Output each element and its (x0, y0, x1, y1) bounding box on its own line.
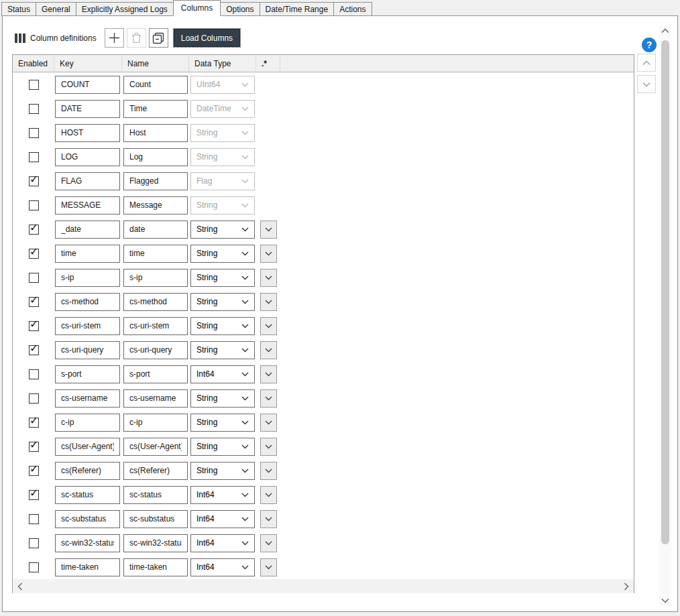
data-type-dropdown[interactable]: DateTime (190, 100, 255, 118)
enabled-checkbox[interactable]: ✓ (29, 80, 39, 90)
data-type-dropdown[interactable]: String (190, 124, 255, 142)
tab-columns[interactable]: Columns (173, 0, 221, 16)
options-dropdown-button[interactable] (260, 365, 277, 383)
options-dropdown-button[interactable] (260, 317, 277, 335)
enabled-checkbox[interactable]: ✓ (29, 345, 39, 355)
enabled-checkbox[interactable]: ✓ (29, 200, 39, 210)
data-type-dropdown[interactable]: String (190, 414, 255, 432)
enabled-checkbox[interactable]: ✓ (29, 225, 39, 235)
enabled-checkbox[interactable]: ✓ (29, 538, 39, 548)
enabled-checkbox[interactable]: ✓ (29, 466, 39, 476)
name-input[interactable] (123, 172, 188, 190)
duplicate-column-button[interactable] (149, 28, 168, 48)
scroll-down-icon[interactable] (659, 595, 671, 606)
name-input[interactable] (123, 221, 188, 239)
data-type-dropdown[interactable]: Int64 (190, 510, 255, 528)
data-type-dropdown[interactable]: String (190, 389, 255, 408)
options-dropdown-button[interactable] (260, 221, 277, 239)
key-input[interactable] (55, 196, 120, 214)
enabled-checkbox[interactable]: ✓ (29, 104, 39, 114)
data-type-dropdown[interactable]: Int64 (190, 486, 255, 504)
key-input[interactable] (55, 124, 120, 142)
name-input[interactable] (123, 269, 188, 287)
tab-actions[interactable]: Actions (333, 2, 372, 16)
data-type-dropdown[interactable]: String (190, 462, 255, 480)
options-dropdown-button[interactable] (260, 293, 277, 311)
vertical-scrollbar-thumb[interactable] (661, 40, 669, 544)
name-input[interactable] (123, 124, 188, 142)
key-input[interactable] (55, 293, 120, 311)
key-input[interactable] (55, 558, 120, 576)
key-input[interactable] (55, 365, 120, 383)
options-dropdown-button[interactable] (260, 534, 277, 552)
key-input[interactable] (55, 534, 120, 552)
data-type-dropdown[interactable]: Int64 (190, 365, 255, 383)
scroll-right-icon[interactable] (624, 582, 629, 591)
name-input[interactable] (123, 438, 188, 456)
tab-options[interactable]: Options (220, 2, 260, 16)
key-input[interactable] (55, 510, 120, 528)
name-input[interactable] (123, 558, 188, 576)
key-input[interactable] (55, 414, 120, 432)
enabled-checkbox[interactable]: ✓ (29, 514, 39, 524)
data-type-dropdown[interactable]: String (190, 245, 255, 263)
data-type-dropdown[interactable]: String (190, 148, 255, 166)
options-dropdown-button[interactable] (260, 486, 277, 504)
vertical-scrollbar[interactable] (659, 25, 671, 606)
name-input[interactable] (123, 510, 188, 528)
name-input[interactable] (123, 365, 188, 383)
options-dropdown-button[interactable] (260, 414, 277, 432)
key-input[interactable] (55, 100, 120, 118)
enabled-checkbox[interactable]: ✓ (29, 176, 39, 186)
enabled-checkbox[interactable]: ✓ (29, 393, 39, 404)
data-type-dropdown[interactable]: Int64 (190, 534, 255, 552)
data-type-dropdown[interactable]: UInt64 (190, 76, 255, 94)
name-input[interactable] (123, 486, 188, 504)
key-input[interactable] (55, 148, 120, 166)
load-columns-button[interactable]: Load Columns (174, 29, 240, 47)
name-input[interactable] (123, 100, 188, 118)
name-input[interactable] (123, 293, 188, 311)
data-type-dropdown[interactable]: String (190, 221, 255, 239)
key-input[interactable] (55, 438, 120, 456)
name-input[interactable] (123, 341, 188, 359)
tab-status[interactable]: Status (1, 2, 36, 16)
key-input[interactable] (55, 317, 120, 335)
delete-column-button[interactable] (127, 28, 146, 48)
name-input[interactable] (123, 317, 188, 335)
data-type-dropdown[interactable]: String (190, 341, 255, 359)
data-type-dropdown[interactable]: String (190, 438, 255, 456)
key-input[interactable] (55, 76, 120, 94)
enabled-checkbox[interactable]: ✓ (29, 490, 39, 500)
data-type-dropdown[interactable]: String (190, 196, 255, 214)
options-dropdown-button[interactable] (260, 558, 277, 576)
enabled-checkbox[interactable]: ✓ (29, 152, 39, 162)
options-dropdown-button[interactable] (260, 341, 277, 359)
key-input[interactable] (55, 221, 120, 239)
enabled-checkbox[interactable]: ✓ (29, 249, 39, 259)
name-input[interactable] (123, 389, 188, 408)
options-dropdown-button[interactable] (260, 245, 277, 263)
data-type-dropdown[interactable]: String (190, 293, 255, 311)
enabled-checkbox[interactable]: ✓ (29, 562, 39, 572)
tab-date-time-range[interactable]: Date/Time Range (260, 2, 335, 16)
tab-explicitly-assigned-logs[interactable]: Explicitly Assigned Logs (76, 2, 174, 16)
scroll-up-icon[interactable] (659, 25, 671, 36)
add-column-button[interactable] (105, 28, 124, 48)
move-row-up-button[interactable] (637, 54, 656, 72)
key-input[interactable] (55, 245, 120, 263)
name-input[interactable] (123, 148, 188, 166)
options-dropdown-button[interactable] (260, 269, 277, 287)
name-input[interactable] (123, 462, 188, 480)
data-type-dropdown[interactable]: Flag (190, 172, 255, 190)
key-input[interactable] (55, 389, 120, 408)
enabled-checkbox[interactable]: ✓ (29, 273, 39, 283)
data-type-dropdown[interactable]: String (190, 269, 255, 287)
options-dropdown-button[interactable] (260, 462, 277, 480)
help-icon[interactable]: ? (642, 38, 657, 52)
enabled-checkbox[interactable]: ✓ (29, 369, 39, 379)
data-type-dropdown[interactable]: String (190, 317, 255, 335)
move-row-down-button[interactable] (637, 75, 656, 93)
name-input[interactable] (123, 414, 188, 432)
key-input[interactable] (55, 341, 120, 359)
